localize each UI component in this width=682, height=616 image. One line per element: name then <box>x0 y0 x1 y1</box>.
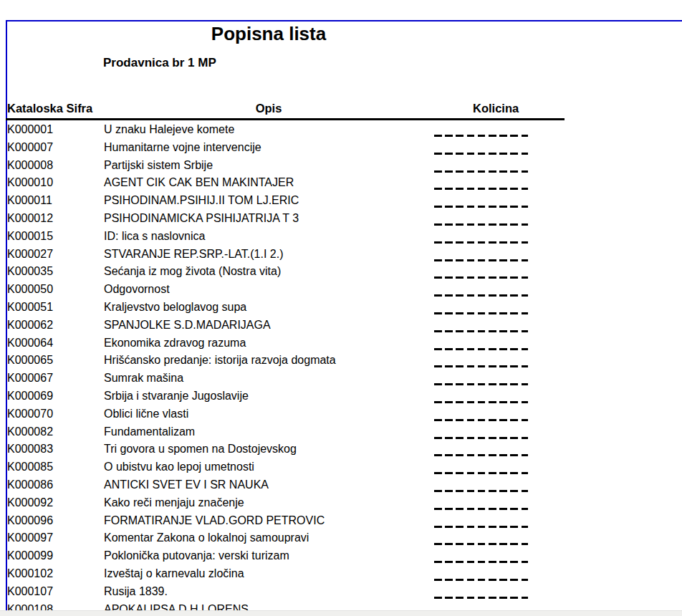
quantity-blank-line <box>434 223 528 226</box>
quantity-blank-line <box>434 543 528 545</box>
column-header-description: Opis <box>7 102 530 115</box>
table-row: K000027 STVARANJE REP.SRP.-LAT.(1.I 2.) <box>7 246 566 264</box>
table-row: K000008 Partijski sistem Srbije <box>7 157 566 175</box>
quantity-blank-line <box>434 348 528 350</box>
table-row: K000067 Sumrak mašina <box>7 370 566 388</box>
row-catalog-code: K000086 <box>7 476 53 494</box>
quantity-blank-line <box>434 365 528 367</box>
table-row: K000050 Odgovornost <box>7 281 566 299</box>
table-row: K000064 Ekonomika zdravog razuma <box>7 335 566 352</box>
row-description: Odgovornost <box>104 281 170 299</box>
row-description: Fundamentalizam <box>104 423 195 441</box>
row-catalog-code: K000007 <box>7 139 53 157</box>
row-catalog-code: K000008 <box>7 157 53 175</box>
row-catalog-code: K000102 <box>7 565 53 583</box>
row-catalog-code: K000051 <box>7 299 53 317</box>
quantity-blank-line <box>434 241 528 244</box>
table-row: K000069 Srbija i stvaranje Jugoslavije <box>7 388 566 405</box>
row-catalog-code: K000050 <box>7 281 53 299</box>
report-viewport: Popisna lista Prodavnica br 1 MP Katalos… <box>0 0 682 616</box>
report-page: Popisna lista Prodavnica br 1 MP Katalos… <box>6 20 682 616</box>
table-row: K000011 PSIHODINAM.PSIHIJ.II TOM LJ.ERIC <box>7 192 566 210</box>
quantity-blank-line <box>434 294 528 297</box>
row-description: SPANJOLKE S.D.MADARIJAGA <box>104 317 271 335</box>
row-description: Poklonička putovanja: verski turizam <box>104 547 289 565</box>
table-row: K000065 Hrišćansko predanje: istorija ra… <box>7 352 566 370</box>
row-description: STVARANJE REP.SRP.-LAT.(1.I 2.) <box>104 246 283 264</box>
row-description: AGENT CIK CAK BEN MAKINTAJER <box>104 174 294 192</box>
row-description: Srbija i stvaranje Jugoslavije <box>104 388 249 405</box>
row-description: Sumrak mašina <box>104 370 183 388</box>
row-catalog-code: K000015 <box>7 228 53 246</box>
quantity-blank-line <box>434 561 528 563</box>
table-row: K000092 Kako reči menjaju značenje <box>7 494 566 512</box>
row-description: Kraljevstvo beloglavog supa <box>104 299 246 317</box>
quantity-blank-line <box>434 330 528 332</box>
store-subtitle: Prodavnica br 1 MP <box>103 56 216 70</box>
table-row: K000099 Poklonička putovanja: verski tur… <box>7 547 566 565</box>
row-description: Sećanja iz mog života (Nostra vita) <box>104 263 281 281</box>
table-row: K000012 PSIHODINAMICKA PSIHIJATRIJA T 3 <box>7 210 566 228</box>
row-description: PSIHODINAMICKA PSIHIJATRIJA T 3 <box>104 210 299 228</box>
row-description: FORMATIRANJE VLAD.GORD PETROVIC <box>104 512 325 530</box>
row-catalog-code: K000010 <box>7 174 53 192</box>
table-row: K000085 O ubistvu kao lepoj umetnosti <box>7 458 566 476</box>
row-catalog-code: K000096 <box>7 512 53 530</box>
row-description: Izveštaj o karnevalu zločina <box>104 565 244 583</box>
table-row: K000070 Oblici lične vlasti <box>7 405 566 423</box>
row-description: U znaku Halejeve komete <box>104 121 234 139</box>
quantity-blank-line <box>434 579 528 581</box>
row-catalog-code: K000097 <box>7 529 53 547</box>
row-description: Hrišćansko predanje: istorija razvoja do… <box>104 352 336 370</box>
horizontal-scrollbar[interactable] <box>0 610 682 616</box>
row-catalog-code: K000067 <box>7 370 53 388</box>
quantity-blank-line <box>434 419 528 421</box>
row-catalog-code: K000083 <box>7 441 53 458</box>
quantity-blank-line <box>434 135 528 137</box>
table-row: K000062 SPANJOLKE S.D.MADARIJAGA <box>7 317 566 335</box>
table-row: K000001 U znaku Halejeve komete <box>7 121 566 139</box>
quantity-blank-line <box>434 472 528 474</box>
row-description: Rusija 1839. <box>104 583 168 601</box>
row-description: Tri govora u spomen na Dostojevskog <box>104 441 297 458</box>
row-catalog-code: K000027 <box>7 246 53 264</box>
quantity-blank-line <box>434 259 528 261</box>
table-row: K000015 ID: lica s naslovnica <box>7 228 566 246</box>
row-catalog-code: K000092 <box>7 494 53 512</box>
quantity-blank-line <box>434 206 528 208</box>
table-row: K000010 AGENT CIK CAK BEN MAKINTAJER <box>7 174 566 192</box>
row-description: Oblici lične vlasti <box>104 405 188 423</box>
row-description: PSIHODINAM.PSIHIJ.II TOM LJ.ERIC <box>104 192 299 210</box>
row-description: Partijski sistem Srbije <box>104 157 213 175</box>
table-row: K000096 FORMATIRANJE VLAD.GORD PETROVIC <box>7 512 566 530</box>
row-catalog-code: K000069 <box>7 388 53 405</box>
table-row: K000082 Fundamentalizam <box>7 423 566 441</box>
table-row: K000007 Humanitarne vojne intervencije <box>7 139 566 157</box>
row-catalog-code: K000035 <box>7 263 53 281</box>
row-catalog-code: K000070 <box>7 405 53 423</box>
row-catalog-code: K000107 <box>7 583 53 601</box>
quantity-blank-line <box>434 383 528 385</box>
row-catalog-code: K000065 <box>7 352 53 370</box>
table-row: K000086 ANTICKI SVET EV I SR NAUKA <box>7 476 566 494</box>
row-catalog-code: K000062 <box>7 317 53 335</box>
row-description: ANTICKI SVET EV I SR NAUKA <box>104 476 269 494</box>
row-catalog-code: K000082 <box>7 423 53 441</box>
quantity-blank-line <box>434 597 528 599</box>
row-description: Kako reči menjaju značenje <box>104 494 244 512</box>
table-row: K000051 Kraljevstvo beloglavog supa <box>7 299 566 317</box>
table-row: K000107 Rusija 1839. <box>7 583 566 601</box>
quantity-blank-line <box>434 401 528 403</box>
quantity-blank-line <box>434 153 528 155</box>
table-row: K000102 Izveštaj o karnevalu zločina <box>7 565 566 583</box>
row-description: ID: lica s naslovnica <box>104 228 205 246</box>
page-title: Popisna lista <box>7 24 530 45</box>
table-row: K000035 Sećanja iz mog života (Nostra vi… <box>7 263 566 281</box>
table-row: K000097 Komentar Zakona o lokalnoj samou… <box>7 529 566 547</box>
row-description: Ekonomika zdravog razuma <box>104 335 246 352</box>
quantity-blank-line <box>434 454 528 456</box>
row-catalog-code: K000001 <box>7 121 53 139</box>
row-catalog-code: K000011 <box>7 192 52 210</box>
quantity-blank-line <box>434 490 528 492</box>
header-divider-line <box>6 118 565 120</box>
